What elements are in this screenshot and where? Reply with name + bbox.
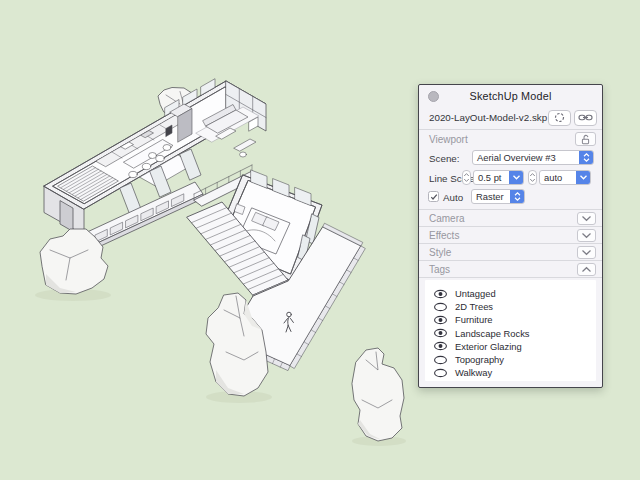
section-camera[interactable]: Camera [419, 210, 602, 227]
chevron-down-icon[interactable] [576, 171, 590, 184]
lock-open-icon [580, 134, 591, 145]
section-chevron-button[interactable] [577, 263, 596, 276]
auto-render-checkbox[interactable] [428, 191, 439, 202]
viewport-label: Viewport [429, 134, 468, 145]
auto-label: Auto [443, 192, 463, 203]
section-tags[interactable]: Tags [419, 261, 602, 278]
tag-label: 2D Trees [455, 301, 493, 312]
viewport-lock-button[interactable] [575, 132, 596, 146]
line-scale-auto-dropdown[interactable]: auto [539, 170, 591, 185]
file-row: 2020-LayOut-Model-v2.skp [419, 108, 602, 128]
chain-link-icon [578, 112, 593, 123]
section-chevron-button[interactable] [577, 246, 596, 259]
render-mode-dropdown[interactable]: Raster [471, 189, 525, 204]
tag-label: Topography [455, 354, 504, 365]
scene-dropdown[interactable]: Aerial Overview #3 [472, 150, 594, 165]
tag-row[interactable]: Exterior Glazing [433, 340, 596, 353]
layout-page: SketchUp Model 2020-LayOut-Model-v2.skp [0, 0, 640, 480]
refresh-circle-icon [553, 111, 566, 124]
eye-visibility-icon[interactable] [433, 289, 448, 299]
line-scale-row: Line Scale: 0.5 pt auto [419, 170, 602, 187]
accordion-sections: Camera Effects Style Tags [419, 210, 602, 278]
scene-row: Scene: Aerial Overview #3 [419, 150, 602, 167]
divider [419, 129, 602, 130]
tag-label: Furniture [455, 314, 493, 325]
stepper-icon[interactable] [510, 190, 524, 203]
eye-visibility-icon[interactable] [433, 302, 448, 312]
section-chevron-button[interactable] [577, 229, 596, 242]
panel-header: SketchUp Model [419, 85, 602, 108]
eye-visibility-icon[interactable] [433, 341, 448, 351]
line-scale-auto-stepper[interactable] [528, 170, 537, 185]
tag-row[interactable]: Furniture [433, 313, 596, 326]
render-mode-row: Auto Raster [419, 189, 602, 206]
checkmark-icon [430, 193, 438, 201]
chevron-down-icon [581, 232, 592, 239]
stepper-icon[interactable] [579, 151, 593, 164]
render-model-button[interactable] [548, 110, 571, 126]
panel-title: SketchUp Model [419, 90, 602, 102]
section-chevron-button[interactable] [577, 212, 596, 225]
tag-row[interactable]: Untagged [433, 287, 596, 300]
tags-list: Untagged 2D Trees Furniture Landscape Ro… [425, 280, 596, 381]
chevron-down-icon[interactable] [509, 171, 523, 184]
viewport-section-header: Viewport [419, 131, 602, 149]
line-scale-stepper[interactable] [462, 170, 471, 185]
link-file-button[interactable] [574, 110, 597, 126]
tag-label: Walkway [455, 367, 492, 378]
section-style[interactable]: Style [419, 244, 602, 261]
tag-row[interactable]: Walkway [433, 366, 596, 379]
tag-row[interactable]: Topography [433, 353, 596, 366]
tag-row[interactable]: Landscape Rocks [433, 327, 596, 340]
tag-row[interactable]: 2D Trees [433, 300, 596, 313]
eye-visibility-icon[interactable] [433, 368, 448, 378]
eye-visibility-icon[interactable] [433, 315, 448, 325]
sketchup-model-panel: SketchUp Model 2020-LayOut-Model-v2.skp [418, 84, 603, 388]
model-filename: 2020-LayOut-Model-v2.skp [429, 112, 547, 123]
chevron-down-icon [581, 249, 592, 256]
rock-southeast [352, 348, 404, 441]
tag-label: Exterior Glazing [455, 341, 522, 352]
scene-label: Scene: [429, 153, 460, 164]
chevron-down-icon [581, 215, 592, 222]
chevron-up-icon [581, 266, 592, 273]
tag-label: Landscape Rocks [455, 328, 530, 339]
section-effects[interactable]: Effects [419, 227, 602, 244]
line-scale-value-dropdown[interactable]: 0.5 pt [473, 170, 524, 185]
tag-label: Untagged [455, 288, 496, 299]
eye-visibility-icon[interactable] [433, 328, 448, 338]
eye-visibility-icon[interactable] [433, 355, 448, 365]
